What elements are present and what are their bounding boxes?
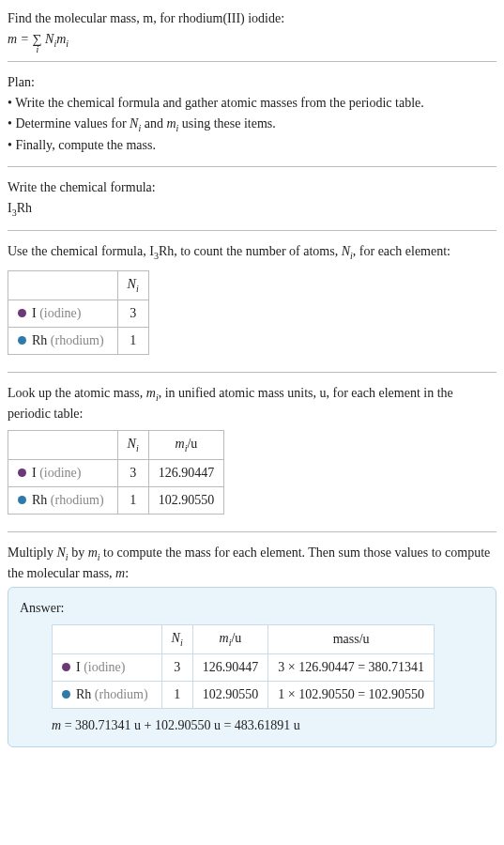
formula-lhs: m = bbox=[8, 32, 33, 46]
intro-section: Find the molecular mass, m, for rhodium(… bbox=[8, 9, 496, 62]
iodine-dot-icon bbox=[62, 663, 70, 671]
rhodium-dot-icon bbox=[62, 690, 70, 699]
mass-cell: 1 × 102.90550 = 102.90550 bbox=[268, 681, 435, 708]
table-header-row: Ni bbox=[8, 271, 149, 300]
n-header: Ni bbox=[117, 271, 148, 300]
mass-cell: 3 × 126.90447 = 380.71341 bbox=[268, 653, 435, 681]
n-cell: 3 bbox=[161, 653, 192, 681]
table-row: Rh (rhodium) 1 102.90550 1 × 102.90550 =… bbox=[53, 681, 435, 708]
table-row: I (iodine) 3 bbox=[8, 300, 149, 327]
table-row: I (iodine) 3 126.90447 bbox=[8, 460, 224, 487]
plan-heading: Plan: bbox=[8, 73, 496, 92]
n-cell: 1 bbox=[161, 681, 192, 708]
iodine-dot-icon bbox=[18, 309, 26, 317]
mass-section: Look up the atomic mass, mi, in unified … bbox=[8, 384, 496, 532]
empty-header bbox=[8, 271, 118, 300]
empty-header bbox=[8, 431, 118, 460]
formula-value: I3Rh bbox=[8, 199, 496, 220]
n-cell: 3 bbox=[117, 460, 148, 487]
m-header: mi/u bbox=[192, 625, 268, 654]
element-cell: Rh (rhodium) bbox=[53, 681, 162, 708]
mass-table: Ni mi/u I (iodine) 3 126.90447 Rh (rhodi… bbox=[8, 430, 224, 515]
n-header: Ni bbox=[161, 625, 192, 654]
rhodium-dot-icon bbox=[18, 496, 26, 504]
intro-title: Find the molecular mass, m, for rhodium(… bbox=[8, 9, 496, 28]
final-result: m = 380.71341 u + 102.90550 u = 483.6189… bbox=[52, 718, 484, 733]
formula-heading: Write the chemical formula: bbox=[8, 178, 496, 197]
compute-section: Multiply Ni by mi to compute the mass fo… bbox=[8, 544, 496, 747]
answer-table: Ni mi/u mass/u I (iodine) 3 126.90447 3 … bbox=[52, 624, 435, 709]
intro-title-a: Find the molecular mass, m, for rhodium(… bbox=[8, 11, 284, 25]
n-cell: 1 bbox=[117, 327, 148, 354]
element-cell: I (iodine) bbox=[8, 300, 118, 327]
m-cell: 126.90447 bbox=[148, 460, 224, 487]
table-row: I (iodine) 3 126.90447 3 × 126.90447 = 3… bbox=[53, 653, 435, 681]
plan-bullet-3: • Finally, compute the mass. bbox=[8, 136, 496, 155]
n-cell: 3 bbox=[117, 300, 148, 327]
element-cell: Rh (rhodium) bbox=[8, 487, 118, 515]
iodine-dot-icon bbox=[18, 469, 26, 477]
element-cell: I (iodine) bbox=[8, 460, 118, 487]
mass-text: Look up the atomic mass, mi, in unified … bbox=[8, 384, 496, 422]
m-cell: 102.90550 bbox=[192, 681, 268, 708]
answer-box: Answer: Ni mi/u mass/u I (iodine) 3 126.… bbox=[8, 587, 496, 747]
answer-label: Answer: bbox=[20, 599, 484, 618]
rhodium-dot-icon bbox=[18, 336, 26, 345]
mass-header: mass/u bbox=[268, 625, 435, 654]
table-row: Rh (rhodium) 1 102.90550 bbox=[8, 487, 224, 515]
count-section: Use the chemical formula, I3Rh, to count… bbox=[8, 242, 496, 373]
element-cell: Rh (rhodium) bbox=[8, 327, 118, 354]
plan-bullet-1: • Write the chemical formula and gather … bbox=[8, 94, 496, 113]
sum-symbol: ∑i bbox=[33, 32, 42, 47]
compute-text: Multiply Ni by mi to compute the mass fo… bbox=[8, 544, 496, 582]
count-table: Ni I (iodine) 3 Rh (rhodium) 1 bbox=[8, 270, 149, 355]
m-cell: 102.90550 bbox=[148, 487, 224, 515]
element-cell: I (iodine) bbox=[53, 653, 162, 681]
table-row: Rh (rhodium) 1 bbox=[8, 327, 149, 354]
m-header: mi/u bbox=[148, 431, 224, 460]
formula-section: Write the chemical formula: I3Rh bbox=[8, 178, 496, 231]
plan-bullet-2: • Determine values for Ni and mi using t… bbox=[8, 115, 496, 135]
intro-formula: m = ∑i Nimi bbox=[8, 32, 496, 49]
m-cell: 126.90447 bbox=[192, 653, 268, 681]
count-text: Use the chemical formula, I3Rh, to count… bbox=[8, 242, 496, 263]
table-header-row: Ni mi/u bbox=[8, 431, 224, 460]
n-cell: 1 bbox=[117, 487, 148, 515]
plan-section: Plan: • Write the chemical formula and g… bbox=[8, 73, 496, 167]
table-header-row: Ni mi/u mass/u bbox=[53, 625, 435, 654]
empty-header bbox=[53, 625, 162, 654]
n-header: Ni bbox=[117, 431, 148, 460]
